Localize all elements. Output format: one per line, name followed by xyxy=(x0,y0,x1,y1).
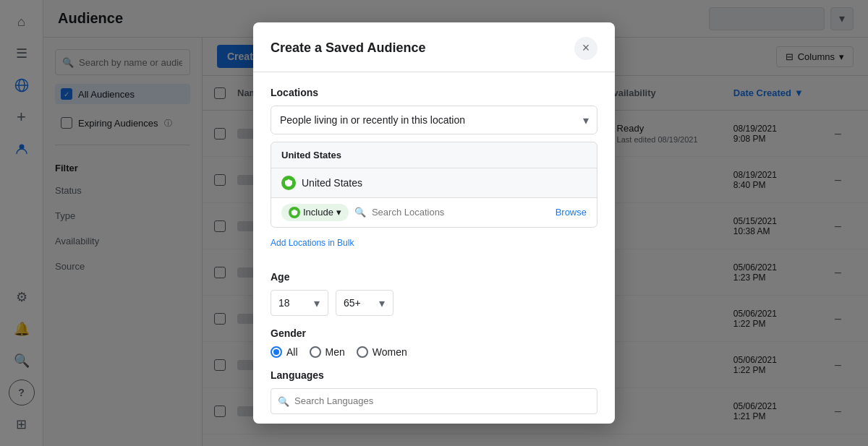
radio-all-selected xyxy=(271,346,282,358)
locations-section: Locations People living in or recently i… xyxy=(271,87,597,260)
search-locations-input[interactable] xyxy=(372,207,550,218)
languages-section: Languages 🔍 xyxy=(271,369,597,414)
gender-option-women[interactable]: Women xyxy=(357,346,407,358)
gender-section: Gender All Men Women xyxy=(271,327,597,358)
location-box-header: United States xyxy=(271,142,597,168)
age-min-wrap: 18 ▾ xyxy=(271,290,328,316)
modal-title: Create a Saved Audience xyxy=(271,40,425,56)
radio-women-empty xyxy=(357,346,368,358)
modal-body: Locations People living in or recently i… xyxy=(253,72,615,424)
age-label: Age xyxy=(271,271,597,283)
locations-label: Locations xyxy=(271,87,597,98)
gender-women-label: Women xyxy=(373,346,407,358)
languages-label: Languages xyxy=(271,369,597,381)
location-item-name: United States xyxy=(302,177,362,189)
create-saved-audience-modal: Create a Saved Audience × Locations Peop… xyxy=(253,22,615,424)
add-locations-bulk-link[interactable]: Add Locations in Bulk xyxy=(271,238,354,248)
radio-men-empty xyxy=(310,346,321,358)
gender-option-men[interactable]: Men xyxy=(310,346,345,358)
age-max-select[interactable]: 65+ xyxy=(336,290,393,316)
age-row: 18 ▾ 65+ ▾ xyxy=(271,290,597,316)
location-type-select-wrap: People living in or recently in this loc… xyxy=(271,106,597,134)
location-item: United States xyxy=(271,168,597,197)
gender-men-label: Men xyxy=(326,346,345,358)
include-dropdown-arrow: ▾ xyxy=(336,207,341,218)
location-search-icon: 🔍 xyxy=(354,207,366,218)
include-label: Include xyxy=(303,207,333,218)
browse-button[interactable]: Browse xyxy=(556,207,587,218)
age-max-wrap: 65+ ▾ xyxy=(336,290,393,316)
modal-overlay[interactable]: Create a Saved Audience × Locations Peop… xyxy=(0,0,868,446)
age-min-select[interactable]: 18 xyxy=(271,290,328,316)
include-bar: Include ▾ 🔍 Browse xyxy=(271,197,597,227)
modal-header: Create a Saved Audience × xyxy=(253,22,615,72)
location-shield-icon xyxy=(281,176,296,190)
location-box: United States United States xyxy=(271,142,597,228)
modal-close-button[interactable]: × xyxy=(574,37,597,60)
include-pill[interactable]: Include ▾ xyxy=(281,204,349,221)
language-search-wrap: 🔍 xyxy=(271,388,597,414)
language-search-input[interactable] xyxy=(271,388,597,414)
include-shield-icon xyxy=(289,207,300,218)
location-type-select[interactable]: People living in or recently in this loc… xyxy=(271,106,597,134)
radio-inner xyxy=(273,349,279,355)
gender-row: All Men Women xyxy=(271,346,597,358)
gender-label: Gender xyxy=(271,327,597,339)
age-section: Age 18 ▾ 65+ ▾ xyxy=(271,271,597,316)
language-search-icon: 🔍 xyxy=(278,395,289,406)
gender-all-label: All xyxy=(286,346,298,358)
gender-option-all[interactable]: All xyxy=(271,346,298,358)
